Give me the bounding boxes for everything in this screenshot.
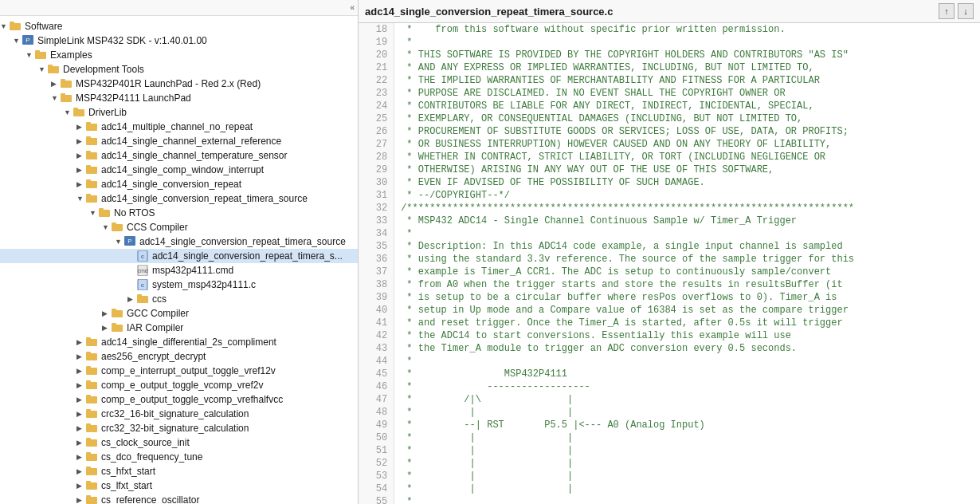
line-code-36[interactable]: * using the standard 3.3v reference. The… xyxy=(394,253,980,266)
line-code-46[interactable]: * ------------------ xyxy=(394,380,980,393)
tree-item-cs_lfxt_start[interactable]: ▶cs_lfxt_start xyxy=(0,478,358,493)
line-code-38[interactable]: * from A0 when the trigger starts and st… xyxy=(394,278,980,291)
line-code-41[interactable]: * and reset trigger. Once the Timer_A is… xyxy=(394,317,980,329)
tree-item-adc14_multiple_channel_no_repeat[interactable]: ▶adc14_multiple_channel_no_repeat xyxy=(0,120,358,134)
tree-item-ccs_compiler[interactable]: ▼CCS Compiler xyxy=(0,220,358,234)
tree-item-adc14_project[interactable]: ▼Padc14_single_conversion_repeat_timera_… xyxy=(0,234,358,249)
tree-item-devtools[interactable]: ▼Development Tools xyxy=(0,62,358,77)
tree-item-iar_compiler[interactable]: ▶IAR Compiler xyxy=(0,321,358,335)
tree-item-crc32_16_bit_signature_calculation[interactable]: ▶crc32_16-bit_signature_calculation xyxy=(0,407,358,421)
tree-arrow-cs_hfxt_start[interactable]: ▶ xyxy=(76,465,86,478)
line-code-19[interactable]: * xyxy=(394,36,980,49)
tree-item-msp432p401r[interactable]: ▶MSP432P401R LaunchPad - Red 2.x (Red) xyxy=(0,77,358,91)
tree-item-nortos[interactable]: ▼No RTOS xyxy=(0,206,358,220)
tree-arrow-ccs_folder[interactable]: ▶ xyxy=(127,293,137,305)
tree-arrow-driverlib[interactable]: ▼ xyxy=(64,106,73,119)
tree-arrow-adc14_multiple_channel_no_repeat[interactable]: ▶ xyxy=(76,120,86,133)
line-code-54[interactable]: * | | xyxy=(394,482,980,495)
line-code-28[interactable]: * WHETHER IN CONTRACT, STRICT LIABILITY,… xyxy=(394,151,980,163)
tree-item-system_msp432p4111_c[interactable]: csystem_msp432p4111.c xyxy=(0,278,358,292)
line-code-55[interactable]: * xyxy=(394,495,980,504)
line-code-51[interactable]: * | | xyxy=(394,444,980,457)
line-code-23[interactable]: * PURPOSE ARE DISCLAIMED. IN NO EVENT SH… xyxy=(394,87,980,100)
scroll-up-button[interactable]: ↑ xyxy=(939,3,955,19)
tree-arrow-adc14_single_conversion_repeat[interactable]: ▶ xyxy=(76,178,86,191)
tree-arrow-cs_reference_oscillator[interactable]: ▶ xyxy=(76,494,86,504)
tree-item-cs_reference_oscillator[interactable]: ▶cs_reference_oscillator xyxy=(0,493,358,504)
tree-arrow-adc14_single_channel_external_reference[interactable]: ▶ xyxy=(76,135,86,148)
tree-item-cs_clock_source_init[interactable]: ▶cs_clock_source_init xyxy=(0,435,358,450)
tree-item-adc14_single_channel_external_reference[interactable]: ▶adc14_single_channel_external_reference xyxy=(0,134,358,148)
line-code-26[interactable]: * PROCUREMENT OF SUBSTITUTE GOODS OR SER… xyxy=(394,125,980,138)
tree-arrow-gcc_compiler[interactable]: ▶ xyxy=(102,307,112,320)
line-code-49[interactable]: * --| RST P5.5 |<--- A0 (Analog Input) xyxy=(394,419,980,431)
line-code-48[interactable]: * | | xyxy=(394,406,980,419)
tree-arrow-simplink[interactable]: ▼ xyxy=(13,34,22,47)
line-code-50[interactable]: * | | xyxy=(394,431,980,444)
tree-arrow-comp_e_output_toggle_vcomp_vref2v[interactable]: ▶ xyxy=(76,379,86,392)
line-code-33[interactable]: * MSP432 ADC14 - Single Channel Continuo… xyxy=(394,215,980,227)
line-code-35[interactable]: * Description: In this ADC14 code exampl… xyxy=(394,240,980,253)
line-code-47[interactable]: * /|\ | xyxy=(394,393,980,406)
tree-arrow-devtools[interactable]: ▼ xyxy=(38,63,48,76)
tree-arrow-cs_clock_source_init[interactable]: ▶ xyxy=(76,436,86,449)
tree-item-comp_e_interrupt_output_toggle_vref12v[interactable]: ▶comp_e_interrupt_output_toggle_vref12v xyxy=(0,364,358,378)
tree-item-examples[interactable]: ▼Examples xyxy=(0,48,358,62)
line-code-39[interactable]: * is setup to be a circular buffer where… xyxy=(394,291,980,304)
tree-arrow-examples[interactable]: ▼ xyxy=(25,49,35,61)
tree-item-cs_dco_frequency_tune[interactable]: ▶cs_dco_frequency_tune xyxy=(0,450,358,464)
scroll-down-button[interactable]: ↓ xyxy=(958,3,974,19)
tree-arrow-ccs_compiler[interactable]: ▼ xyxy=(102,221,112,234)
code-editor[interactable]: 18 * from this software without specific… xyxy=(359,23,980,504)
tree-arrow-crc32_16_bit_signature_calculation[interactable]: ▶ xyxy=(76,408,86,420)
tree-item-adc14_single_channel_temperature_sensor[interactable]: ▶adc14_single_channel_temperature_sensor xyxy=(0,148,358,163)
tree-arrow-software[interactable]: ▼ xyxy=(0,20,10,33)
tree-arrow-msp432p4111[interactable]: ▼ xyxy=(51,92,61,104)
tree-arrow-cs_lfxt_start[interactable]: ▶ xyxy=(76,479,86,492)
line-code-45[interactable]: * MSP432P4111 xyxy=(394,368,980,380)
tree-item-adc14_single_comp_window_interrupt[interactable]: ▶adc14_single_comp_window_interrupt xyxy=(0,163,358,177)
collapse-icon[interactable]: « xyxy=(350,3,355,12)
tree-arrow-adc14_single_differential_2s_compliment[interactable]: ▶ xyxy=(76,336,86,348)
tree-item-software[interactable]: ▼Software xyxy=(0,19,358,33)
tree-item-aes256_encrypt_decrypt[interactable]: ▶aes256_encrypt_decrypt xyxy=(0,349,358,364)
line-code-32[interactable]: /***************************************… xyxy=(394,202,980,215)
line-code-24[interactable]: * CONTRIBUTORS BE LIABLE FOR ANY DIRECT,… xyxy=(394,100,980,112)
line-code-25[interactable]: * EXEMPLARY, OR CONSEQUENTIAL DAMAGES (I… xyxy=(394,112,980,125)
line-code-53[interactable]: * | | xyxy=(394,470,980,482)
line-code-30[interactable]: * EVEN IF ADVISED OF THE POSSIBILITY OF … xyxy=(394,176,980,189)
tree-item-driverlib[interactable]: ▼DriverLib xyxy=(0,105,358,120)
tree-arrow-adc14_single_conversion_repeat_timera_source[interactable]: ▼ xyxy=(76,192,86,205)
tree-item-crc32_32_bit_signature_calculation[interactable]: ▶crc32_32-bit_signature_calculation xyxy=(0,421,358,435)
tree-item-gcc_compiler[interactable]: ▶GCC Compiler xyxy=(0,306,358,321)
tree-arrow-cs_dco_frequency_tune[interactable]: ▶ xyxy=(76,451,86,463)
line-code-22[interactable]: * THE IMPLIED WARRANTIES OF MERCHANTABIL… xyxy=(394,74,980,87)
tree-arrow-comp_e_interrupt_output_toggle_vref12v[interactable]: ▶ xyxy=(76,364,86,377)
tree-arrow-nortos[interactable]: ▼ xyxy=(89,207,99,219)
tree-item-comp_e_output_toggle_vcomp_vrefhalfvcc[interactable]: ▶comp_e_output_toggle_vcomp_vrefhalfvcc xyxy=(0,392,358,407)
line-code-44[interactable]: * xyxy=(394,355,980,368)
tree-item-ccs_folder[interactable]: ▶ccs xyxy=(0,292,358,306)
tree-arrow-iar_compiler[interactable]: ▶ xyxy=(102,321,112,334)
line-code-42[interactable]: * the ADC14 to start conversions. Essent… xyxy=(394,329,980,342)
line-code-31[interactable]: * --/COPYRIGHT--*/ xyxy=(394,189,980,202)
tree-item-simplink[interactable]: ▼PSimpleLink MSP432 SDK - v:1.40.01.00 xyxy=(0,33,358,48)
line-code-29[interactable]: * OTHERWISE) ARISING IN ANY WAY OUT OF T… xyxy=(394,163,980,176)
line-code-52[interactable]: * | | xyxy=(394,457,980,470)
tree-item-adc14_c_file[interactable]: cadc14_single_conversion_repeat_timera_s… xyxy=(0,249,358,263)
tree-item-msp432p4111_cmd[interactable]: cmdmsp432p4111.cmd xyxy=(0,263,358,278)
line-code-34[interactable]: * xyxy=(394,227,980,240)
tree-arrow-adc14_single_channel_temperature_sensor[interactable]: ▶ xyxy=(76,149,86,162)
tree-arrow-adc14_project[interactable]: ▼ xyxy=(115,235,124,248)
tree-item-comp_e_output_toggle_vcomp_vref2v[interactable]: ▶comp_e_output_toggle_vcomp_vref2v xyxy=(0,378,358,392)
tree-item-msp432p4111[interactable]: ▼MSP432P4111 LaunchPad xyxy=(0,91,358,105)
line-code-43[interactable]: * the Timer_A module to trigger an ADC c… xyxy=(394,342,980,355)
line-code-20[interactable]: * THIS SOFTWARE IS PROVIDED BY THE COPYR… xyxy=(394,49,980,61)
tree-arrow-crc32_32_bit_signature_calculation[interactable]: ▶ xyxy=(76,422,86,435)
line-code-18[interactable]: * from this software without specific pr… xyxy=(394,23,980,36)
tree-arrow-adc14_single_comp_window_interrupt[interactable]: ▶ xyxy=(76,163,86,176)
line-code-40[interactable]: * setup in Up mode and a Compare value o… xyxy=(394,304,980,317)
tree-arrow-comp_e_output_toggle_vcomp_vrefhalfvcc[interactable]: ▶ xyxy=(76,393,86,406)
tree-item-adc14_single_differential_2s_compliment[interactable]: ▶adc14_single_differential_2s_compliment xyxy=(0,335,358,349)
tree-arrow-msp432p401r[interactable]: ▶ xyxy=(51,77,61,90)
